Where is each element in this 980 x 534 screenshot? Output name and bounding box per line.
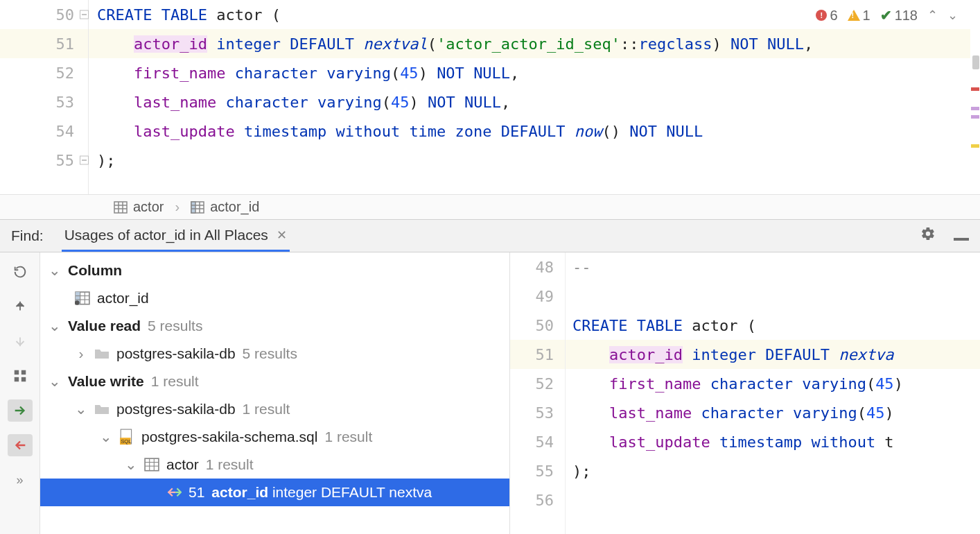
rerun-button[interactable] [8,261,33,283]
code-line[interactable]: last_update timestamp without t [566,427,980,456]
gutter-line-number: 51 [0,29,88,58]
tree-node-selected-usage[interactable]: 51 actor_id integer DEFAULT nextva [40,479,509,506]
column-icon [75,291,90,305]
chevron-down-icon[interactable]: ⌄ [49,373,61,390]
stripe-scroll-thumb[interactable] [972,55,979,69]
tree-node-value-write[interactable]: ⌄ Value write 1 result [40,368,509,395]
preview-code[interactable]: --CREATE TABLE actor ( actor_id integer … [566,252,980,534]
find-toolbar: » [0,252,40,534]
usages-tree[interactable]: ⌄ Column actor_id ⌄ Value read 5 results… [40,252,510,534]
stripe-warning-mark[interactable] [971,144,979,148]
usage-preview[interactable]: 484950515253545556 --CREATE TABLE actor … [510,252,980,534]
stripe-usage-mark[interactable] [971,115,979,119]
oks-count: 118 [895,8,918,24]
gutter-line-number: 53 [510,398,565,427]
code-line[interactable] [566,282,980,311]
next-highlight-icon[interactable]: ⌄ [947,8,958,23]
svg-rect-12 [21,370,25,374]
code-line[interactable]: first_name character varying(45) NOT NUL… [89,58,980,87]
gutter-line-number: 53 [0,87,88,117]
code-line[interactable]: last_name character varying(45) NOT NULL… [89,87,980,117]
folder-icon [94,347,110,361]
tree-count: 1 result [324,429,372,445]
tree-label: postgres-sakila-db [116,345,236,362]
errors-count: 6 [830,8,837,24]
code-line[interactable]: actor_id integer DEFAULT nextval('actor_… [89,29,980,58]
chevron-right-icon[interactable]: › [75,345,87,362]
gutter-line-number: 55 [510,456,565,485]
tree-label: postgres-sakila-schema.sql [141,429,317,445]
code-line[interactable]: last_name character varying(45) [566,398,980,427]
find-label: Find: [11,227,44,244]
table-icon [114,201,128,214]
tree-label: Value write [68,373,144,390]
find-tab[interactable]: Usages of actor_id in All Places ✕ [62,220,290,252]
tree-node-vw-table[interactable]: ⌄ actor 1 result [40,451,509,479]
stripe-usage-mark[interactable] [971,107,979,110]
warnings-indicator[interactable]: 1 [848,8,870,24]
code-line[interactable]: ); [566,456,980,485]
close-tab-icon[interactable]: ✕ [277,227,287,243]
error-icon: ! [816,10,827,21]
hide-panel-icon[interactable] [954,227,969,245]
tree-node-column-value[interactable]: actor_id [40,284,509,312]
breadcrumb-actor[interactable]: actor [114,199,164,215]
tree-label: actor [166,456,199,473]
tree-count: 5 results [148,318,202,334]
errors-indicator[interactable]: ! 6 [816,8,837,24]
sql-file-icon: SQL [119,430,134,444]
find-panel-header: Find: Usages of actor_id in All Places ✕ [0,219,980,252]
editor-code[interactable]: ! 6 1 ✔ 118 ⌃ ⌄ CREATE TABLE actor ( act… [89,0,980,194]
code-line[interactable]: last_update timestamp without time zone … [89,117,980,146]
chevron-down-icon[interactable]: ⌄ [49,318,61,334]
chevron-down-icon[interactable]: ⌄ [125,456,137,473]
main-editor[interactable]: 505152535455 ! 6 1 ✔ 118 ⌃ ⌄ CREATE T [0,0,980,194]
warning-icon [848,10,860,21]
more-options-button[interactable]: » [8,469,33,491]
chevron-down-icon[interactable]: ⌄ [75,401,87,417]
fold-toggle-icon[interactable] [80,156,89,165]
svg-rect-13 [14,377,18,381]
code-line[interactable]: -- [566,252,980,282]
gear-icon[interactable] [920,226,936,246]
breadcrumb-actor-id[interactable]: actor_id [191,199,259,215]
usage-line-num: 51 [189,484,204,501]
tree-node-vw-file[interactable]: ⌄ SQL postgres-sakila-schema.sql 1 resul… [40,423,509,451]
tree-node-vw-folder[interactable]: ⌄ postgres-sakila-db 1 result [40,395,509,423]
gutter-line-number: 54 [0,117,88,146]
svg-rect-14 [21,377,25,381]
prev-highlight-icon[interactable]: ⌃ [927,8,938,23]
chevron-down-icon[interactable]: ⌄ [100,429,112,445]
gutter-line-number: 48 [510,252,565,282]
tree-node-vr-folder[interactable]: › postgres-sakila-db 5 results [40,340,509,368]
tree-node-column[interactable]: ⌄ Column [40,257,509,284]
next-occurrence-button[interactable] [8,330,33,352]
table-icon [144,458,159,472]
tree-node-value-read[interactable]: ⌄ Value read 5 results [40,312,509,340]
svg-text:SQL: SQL [121,438,132,445]
gutter-line-number: 49 [510,282,565,311]
error-stripe[interactable] [970,0,980,194]
breadcrumb-sep: › [175,199,180,215]
code-line[interactable]: CREATE TABLE actor ( [566,311,980,340]
gutter-line-number: 52 [0,58,88,87]
tree-label: Value read [68,318,141,334]
editor-gutter: 505152535455 [0,0,89,194]
code-line[interactable] [566,485,980,515]
stripe-error-mark[interactable] [971,87,979,91]
inspection-widget[interactable]: ! 6 1 ✔ 118 ⌃ ⌄ [816,7,958,24]
fold-toggle-icon[interactable] [80,10,89,19]
prev-occurrence-button[interactable] [8,295,33,318]
chevron-down-icon[interactable]: ⌄ [49,262,61,279]
usage-text-rest: integer DEFAULT nextva [268,484,432,500]
code-line[interactable]: actor_id integer DEFAULT nextva [566,340,980,369]
code-line[interactable]: ); [89,146,980,175]
gutter-line-number: 55 [0,146,88,175]
gutter-line-number: 51 [510,340,565,369]
oks-indicator[interactable]: ✔ 118 [880,7,918,24]
code-line[interactable]: first_name character varying(45) [566,369,980,398]
group-by-button[interactable] [8,365,33,387]
show-read-access-button[interactable] [8,399,33,422]
tree-label: postgres-sakila-db [116,401,236,417]
show-write-access-button[interactable] [8,434,33,456]
